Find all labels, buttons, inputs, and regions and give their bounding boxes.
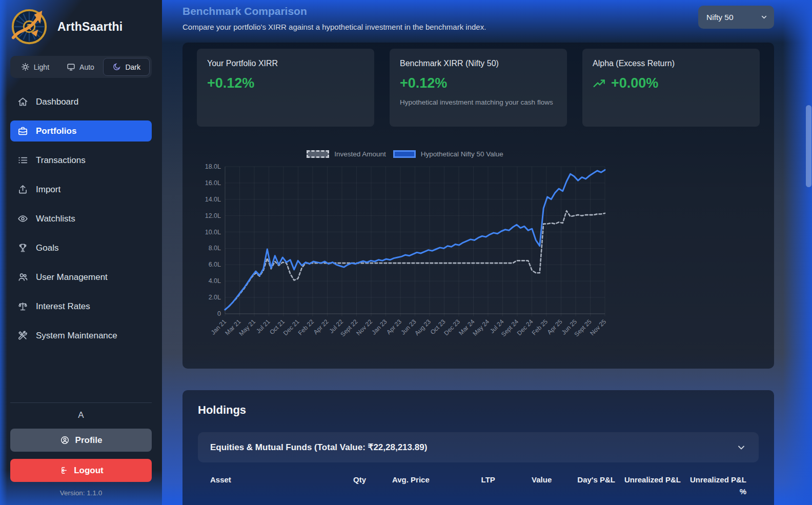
- stat-row: Your Portfolio XIRR +0.12% Benchmark XIR…: [197, 49, 760, 127]
- theme-option-light[interactable]: Light: [12, 58, 58, 76]
- sidebar-item-user-management[interactable]: User Management: [10, 267, 152, 288]
- svg-text:Nov 22: Nov 22: [355, 318, 374, 337]
- legend-label: Invested Amount: [334, 150, 386, 158]
- holdings-table-header: Asset Qty Avg. Price LTP Value Day's P&L…: [198, 464, 759, 504]
- column-header-days-pnl: Day's P&L: [561, 474, 615, 498]
- svg-text:May 24: May 24: [471, 318, 491, 337]
- sidebar-item-dashboard[interactable]: Dashboard: [10, 91, 152, 112]
- stat-label: Benchmark XIRR (Nifty 50): [400, 59, 557, 68]
- sidebar: ₹ ArthSaarthi Light Auto Dark: [0, 0, 162, 505]
- eye-icon: [17, 213, 28, 224]
- trophy-icon: [17, 243, 28, 253]
- svg-text:18.0L: 18.0L: [205, 163, 221, 170]
- column-header-asset: Asset: [210, 474, 323, 498]
- scales-icon: [17, 301, 28, 312]
- chart-legend: Invested Amount Hypothetical Nifty 50 Va…: [197, 148, 613, 159]
- benchmark-chart-block: Invested Amount Hypothetical Nifty 50 Va…: [197, 148, 613, 356]
- column-header-unrealized-pnl-pct: Unrealized P&L %: [690, 474, 746, 498]
- profile-button-label: Profile: [75, 435, 103, 446]
- sidebar-item-label: User Management: [36, 272, 108, 282]
- monitor-icon: [67, 63, 75, 71]
- legend-item-invested[interactable]: Invested Amount: [307, 150, 386, 158]
- stat-value: +0.12%: [207, 75, 364, 91]
- holdings-group-card: Equities & Mutual Funds (Total Value: ₹2…: [198, 432, 759, 462]
- stat-label: Alpha (Excess Return): [593, 59, 749, 68]
- stat-card-alpha: Alpha (Excess Return) +0.00%: [582, 49, 760, 127]
- column-header-avg-price: Avg. Price: [375, 474, 430, 498]
- app-name: ArthSaarthi: [57, 20, 123, 34]
- sidebar-item-watchlists[interactable]: Watchlists: [10, 208, 152, 229]
- benchmark-chart: 02.0L4.0L6.0L8.0L10.0L12.0L14.0L16.0L18.…: [197, 160, 613, 356]
- column-header-ltp: LTP: [439, 474, 495, 498]
- sidebar-item-label: Dashboard: [36, 97, 78, 107]
- sidebar-item-label: Portfolios: [36, 126, 76, 136]
- svg-text:14.0L: 14.0L: [205, 196, 221, 203]
- legend-item-nifty[interactable]: Hypothetical Nifty 50 Value: [393, 150, 503, 158]
- svg-text:0: 0: [217, 310, 221, 317]
- svg-text:8.0L: 8.0L: [209, 245, 221, 252]
- svg-text:12.0L: 12.0L: [205, 212, 221, 219]
- user-initial: A: [0, 410, 162, 420]
- stat-card-portfolio-xirr: Your Portfolio XIRR +0.12%: [197, 49, 374, 127]
- profile-button[interactable]: Profile: [10, 429, 152, 452]
- holdings-card: Holdings Equities & Mutual Funds (Total …: [182, 390, 774, 505]
- list-icon: [17, 155, 28, 166]
- svg-text:4.0L: 4.0L: [209, 277, 221, 285]
- svg-text:May 21: May 21: [237, 318, 257, 337]
- sidebar-item-label: Interest Rates: [36, 301, 90, 312]
- tools-icon: [17, 330, 28, 341]
- sidebar-item-goals[interactable]: Goals: [10, 237, 152, 258]
- benchmark-select[interactable]: Nifty 50: [698, 6, 774, 29]
- svg-text:10.0L: 10.0L: [205, 229, 221, 236]
- benchmark-subtitle: Compare your portfolio's XIRR against a …: [182, 23, 486, 31]
- home-icon: [17, 96, 28, 107]
- sidebar-item-label: Import: [36, 185, 60, 195]
- theme-option-dark[interactable]: Dark: [103, 58, 150, 76]
- version-label: Version: 1.1.0: [0, 489, 162, 505]
- svg-text:Dec 21: Dec 21: [282, 318, 301, 337]
- svg-text:Dec 23: Dec 23: [442, 318, 461, 337]
- sidebar-item-system-maintenance[interactable]: System Maintenance: [10, 325, 152, 346]
- svg-text:Apr 25: Apr 25: [546, 318, 564, 336]
- theme-toggle: Light Auto Dark: [10, 56, 152, 78]
- svg-text:Apr 22: Apr 22: [312, 318, 330, 336]
- sidebar-item-portfolios[interactable]: Portfolios: [10, 120, 152, 142]
- stat-card-benchmark-xirr: Benchmark XIRR (Nifty 50) +0.12% Hypothe…: [390, 49, 567, 127]
- stat-value: +0.00%: [593, 75, 749, 91]
- column-header-value: Value: [504, 474, 552, 498]
- briefcase-icon: [17, 126, 28, 136]
- chevron-down-icon: [736, 442, 746, 453]
- main-content: Benchmark Comparison Compare your portfo…: [162, 0, 812, 505]
- benchmark-card: Your Portfolio XIRR +0.12% Benchmark XIR…: [182, 43, 774, 369]
- app-window: ₹ ArthSaarthi Light Auto Dark: [0, 0, 812, 505]
- svg-text:Feb 22: Feb 22: [297, 318, 316, 337]
- svg-text:Nov 25: Nov 25: [588, 318, 607, 337]
- sidebar-item-import[interactable]: Import: [10, 179, 152, 200]
- logout-icon: [58, 466, 68, 475]
- holdings-group-title: Equities & Mutual Funds (Total Value: ₹2…: [210, 442, 427, 453]
- sidebar-nav: Dashboard Portfolios Transactions Import…: [0, 91, 162, 346]
- sidebar-item-label: System Maintenance: [36, 331, 117, 341]
- stat-value: +0.12%: [400, 75, 557, 91]
- sidebar-item-label: Watchlists: [36, 214, 75, 224]
- sidebar-item-transactions[interactable]: Transactions: [10, 150, 152, 171]
- theme-option-auto[interactable]: Auto: [58, 58, 104, 76]
- benchmark-title: Benchmark Comparison: [182, 5, 486, 17]
- app-logo-row: ₹ ArthSaarthi: [0, 0, 162, 52]
- logout-button[interactable]: Logout: [10, 459, 152, 482]
- benchmark-select-value: Nifty 50: [706, 13, 734, 22]
- scrollbar-thumb[interactable]: [806, 105, 811, 187]
- column-header-unrealized-pnl: Unrealized P&L: [624, 474, 681, 498]
- holdings-group-header[interactable]: Equities & Mutual Funds (Total Value: ₹2…: [198, 432, 759, 462]
- benchmark-header: Benchmark Comparison Compare your portfo…: [182, 5, 774, 31]
- chevron-down-icon: [760, 13, 768, 21]
- svg-text:Apr 23: Apr 23: [385, 318, 403, 336]
- logout-button-label: Logout: [74, 466, 104, 476]
- sidebar-item-interest-rates[interactable]: Interest Rates: [10, 296, 152, 317]
- sidebar-divider: [10, 402, 152, 403]
- nifty-swatch-icon: [393, 150, 416, 158]
- theme-option-label: Light: [34, 63, 49, 71]
- svg-text:Dec 24: Dec 24: [516, 318, 535, 337]
- moon-icon: [112, 63, 121, 71]
- svg-text:2.0L: 2.0L: [209, 294, 221, 301]
